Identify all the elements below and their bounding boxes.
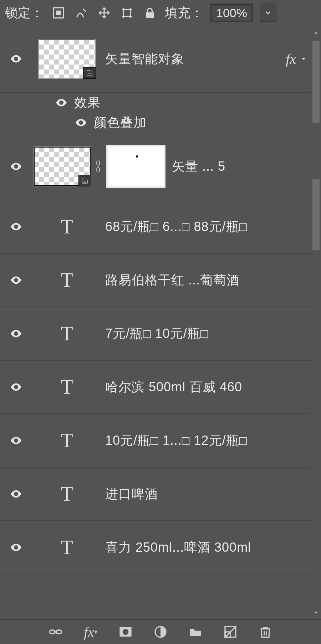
layer-name[interactable]: 7元/瓶□ 10元/瓶□	[102, 325, 311, 342]
layer-name[interactable]: 68元/瓶□ 6...□ 88元/瓶□	[102, 218, 311, 236]
layer-effects-row[interactable]: 效果	[0, 93, 311, 113]
scrollbar[interactable]	[311, 26, 321, 620]
svg-rect-4	[97, 161, 100, 165]
lock-label: 锁定：	[5, 4, 44, 22]
fill-value-field[interactable]: 100%	[210, 4, 253, 22]
fx-collapse-toggle[interactable]	[298, 55, 309, 63]
layer-name[interactable]: 矢量 ... 5	[168, 158, 311, 175]
fill-label: 填充：	[165, 4, 203, 22]
svg-rect-3	[146, 12, 154, 18]
layer-row[interactable]: T 进口啤酒	[0, 468, 311, 521]
effects-label: 效果	[72, 94, 311, 112]
text-layer-icon: T	[32, 536, 102, 559]
text-layer-icon: T	[32, 269, 102, 292]
text-layer-icon: T	[32, 322, 102, 345]
visibility-toggle[interactable]	[0, 220, 32, 233]
visibility-toggle[interactable]	[0, 381, 32, 393]
lock-transparent-icon[interactable]	[51, 5, 66, 21]
layer-row[interactable]: 矢量智能对象 fx	[0, 26, 311, 93]
layer-row[interactable]: T 喜力 250ml...啤酒 300ml	[0, 521, 311, 575]
svg-rect-5	[97, 168, 100, 172]
new-group-icon[interactable]	[188, 624, 203, 640]
link-mask-icon[interactable]	[93, 160, 103, 173]
adjustment-layer-icon[interactable]	[153, 624, 168, 640]
layer-thumbnail[interactable]	[32, 146, 93, 186]
text-layer-icon: T	[32, 376, 102, 398]
visibility-toggle[interactable]	[0, 274, 32, 287]
scroll-up-icon[interactable]	[311, 26, 321, 40]
layer-effect-item-row[interactable]: 颜色叠加	[0, 113, 311, 133]
scroll-down-icon[interactable]	[311, 606, 321, 620]
fx-badge[interactable]: fx	[286, 51, 296, 67]
fill-value-text: 100%	[216, 6, 247, 20]
lock-image-icon[interactable]	[73, 5, 89, 21]
text-layer-icon: T	[32, 483, 102, 505]
new-layer-icon[interactable]	[223, 624, 238, 640]
visibility-toggle[interactable]	[0, 327, 32, 340]
scrollbar-thumb[interactable]	[312, 179, 320, 250]
effect-name: 颜色叠加	[92, 114, 311, 132]
layer-row[interactable]: T 哈尔滨 500ml 百威 460	[0, 361, 311, 414]
visibility-toggle[interactable]	[0, 96, 72, 109]
visibility-toggle[interactable]	[0, 160, 32, 173]
visibility-toggle[interactable]	[0, 52, 32, 65]
layer-row[interactable]: T 10元/瓶□ 1...□ 12元/瓶□	[0, 414, 311, 468]
layer-row[interactable]: T 68元/瓶□ 6...□ 88元/瓶□	[0, 200, 311, 254]
layer-name[interactable]: 路易伯格干红 ...葡萄酒	[102, 272, 311, 289]
svg-rect-2	[124, 10, 131, 16]
delete-layer-icon[interactable]	[258, 624, 273, 640]
layers-list: 矢量智能对象 fx 效果 颜色叠加	[0, 26, 311, 620]
layer-name[interactable]: 喜力 250ml...啤酒 300ml	[102, 539, 311, 556]
layers-bottom-bar: fx▾	[0, 619, 321, 644]
add-mask-icon[interactable]	[118, 624, 133, 640]
smart-object-badge-icon	[78, 175, 91, 186]
text-layer-icon: T	[32, 429, 102, 452]
lock-position-icon[interactable]	[96, 5, 112, 21]
layer-row[interactable]: T 路易伯格干红 ...葡萄酒	[0, 254, 311, 307]
svg-point-9	[123, 629, 129, 635]
visibility-toggle[interactable]	[0, 116, 92, 129]
fill-dropdown-button[interactable]	[260, 4, 276, 22]
lock-artboard-icon[interactable]	[119, 5, 135, 21]
layer-name[interactable]: 进口啤酒	[102, 485, 311, 503]
visibility-toggle[interactable]	[0, 434, 32, 447]
visibility-toggle[interactable]	[0, 488, 32, 500]
layer-style-icon[interactable]: fx▾	[83, 624, 98, 640]
layer-row[interactable]: T 7元/瓶□ 10元/瓶□	[0, 307, 311, 361]
layer-mask-thumbnail[interactable]	[106, 145, 165, 188]
lock-all-icon[interactable]	[142, 5, 158, 21]
text-layer-icon: T	[32, 215, 102, 238]
visibility-toggle[interactable]	[0, 541, 32, 554]
scrollbar-thumb[interactable]	[312, 41, 320, 123]
link-layers-icon[interactable]	[48, 624, 63, 640]
smart-object-badge-icon	[83, 67, 96, 79]
lock-bar: 锁定： 填充： 100%	[0, 0, 321, 26]
layer-name[interactable]: 矢量智能对象	[102, 50, 286, 68]
layer-thumbnail[interactable]	[32, 39, 102, 79]
layer-row[interactable]: 矢量 ... 5	[0, 133, 311, 200]
layer-name[interactable]: 哈尔滨 500ml 百威 460	[102, 378, 311, 396]
svg-rect-1	[57, 11, 60, 15]
layer-name[interactable]: 10元/瓶□ 1...□ 12元/瓶□	[102, 432, 311, 449]
